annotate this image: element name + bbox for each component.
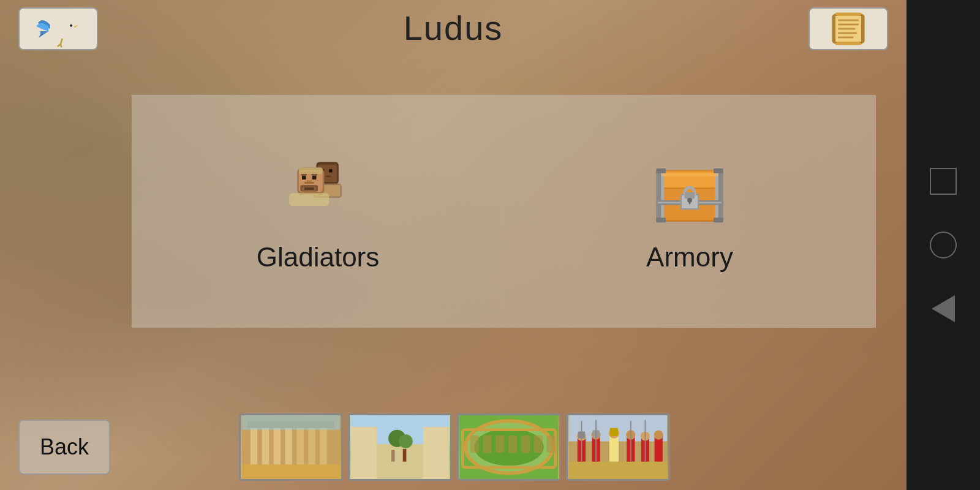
svg-rect-82 <box>496 435 504 453</box>
svg-rect-63 <box>320 427 326 467</box>
svg-rect-58 <box>262 427 269 467</box>
svg-rect-27 <box>312 174 317 176</box>
chest-icon <box>650 150 729 230</box>
svg-rect-48 <box>685 192 695 198</box>
svg-rect-75 <box>403 449 407 462</box>
svg-rect-60 <box>285 427 292 467</box>
svg-point-1 <box>64 21 75 32</box>
svg-rect-61 <box>296 427 303 467</box>
header: Ludus <box>0 0 907 55</box>
svg-rect-26 <box>301 174 307 176</box>
scroll-button[interactable] <box>809 7 888 50</box>
svg-rect-52 <box>656 168 666 173</box>
gladiators-label: Gladiators <box>257 242 380 273</box>
gladiator-pixel-art <box>278 150 358 230</box>
svg-point-2 <box>70 24 72 27</box>
bottom-area: Back <box>0 410 888 484</box>
android-back-button[interactable] <box>932 295 955 322</box>
svg-rect-42 <box>715 170 718 223</box>
svg-rect-18 <box>329 169 332 172</box>
svg-rect-96 <box>609 435 619 462</box>
svg-rect-13 <box>838 32 857 34</box>
back-label: Back <box>40 434 89 460</box>
svg-rect-70 <box>351 427 377 479</box>
android-home-button[interactable] <box>930 232 957 258</box>
svg-rect-54 <box>656 218 666 223</box>
svg-rect-74 <box>391 450 395 462</box>
svg-rect-51 <box>661 173 718 176</box>
svg-rect-62 <box>308 427 315 467</box>
svg-line-3 <box>61 39 62 44</box>
thumbnail-row <box>239 413 670 481</box>
svg-rect-10 <box>838 20 859 21</box>
thumbnail-1[interactable] <box>239 413 343 481</box>
svg-rect-29 <box>304 182 314 184</box>
back-button[interactable]: Back <box>18 420 110 475</box>
bird-button[interactable] <box>18 7 98 50</box>
svg-rect-84 <box>521 435 530 453</box>
svg-rect-25 <box>312 176 317 180</box>
svg-rect-50 <box>689 200 691 205</box>
svg-rect-65 <box>242 464 341 479</box>
svg-rect-89 <box>569 462 668 479</box>
android-recent-button[interactable] <box>930 168 957 195</box>
svg-rect-41 <box>661 170 664 223</box>
thumbnail-4[interactable] <box>566 413 670 481</box>
svg-point-104 <box>654 431 663 440</box>
thumb-4-image <box>568 415 668 479</box>
page-title: Ludus <box>404 8 503 48</box>
svg-rect-14 <box>838 37 853 39</box>
svg-rect-11 <box>838 24 859 26</box>
armory-label: Armory <box>646 242 733 273</box>
svg-rect-85 <box>534 435 543 453</box>
gladiators-panel-item[interactable]: Gladiators <box>132 96 504 327</box>
svg-rect-103 <box>655 437 663 462</box>
thumbnail-2[interactable] <box>348 413 452 481</box>
svg-rect-83 <box>508 435 517 453</box>
bird-icon <box>20 9 97 49</box>
svg-rect-69 <box>374 444 426 479</box>
svg-rect-57 <box>251 427 257 467</box>
scroll-icon <box>827 7 870 50</box>
svg-rect-24 <box>302 176 306 180</box>
svg-rect-34 <box>289 193 329 206</box>
svg-rect-59 <box>274 427 281 467</box>
chest-pixel-art <box>650 153 729 227</box>
armory-panel-item[interactable]: Armory <box>504 96 875 327</box>
main-panel: Gladiators <box>132 95 876 328</box>
svg-rect-80 <box>470 435 479 453</box>
gladiator-icon <box>278 150 358 230</box>
svg-rect-55 <box>714 218 723 223</box>
thumb-2-image <box>350 415 450 479</box>
svg-rect-12 <box>838 28 855 30</box>
svg-rect-33 <box>299 168 323 174</box>
svg-point-73 <box>399 434 413 448</box>
android-sidebar <box>907 0 980 490</box>
svg-rect-86 <box>546 435 555 453</box>
svg-rect-53 <box>714 168 723 173</box>
thumb-1-image <box>241 415 341 479</box>
svg-rect-32 <box>304 187 314 190</box>
svg-rect-66 <box>242 415 341 430</box>
svg-rect-81 <box>483 435 491 453</box>
main-content: Ludus <box>0 0 907 490</box>
svg-rect-98 <box>610 428 618 436</box>
svg-line-5 <box>61 44 61 47</box>
svg-rect-19 <box>326 176 331 178</box>
thumbnail-3[interactable] <box>457 413 561 481</box>
svg-rect-71 <box>423 427 450 479</box>
thumb-3-image <box>459 415 559 479</box>
